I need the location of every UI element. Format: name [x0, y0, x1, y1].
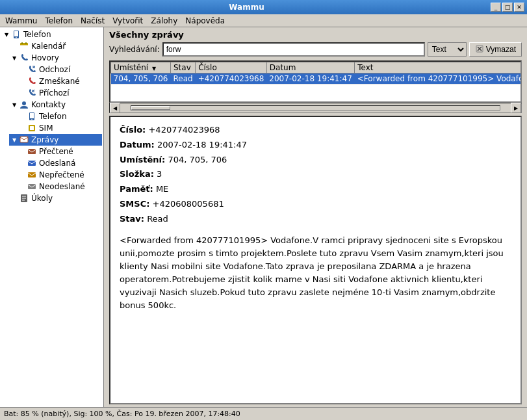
umisteni-value: 704, 705, 706: [168, 155, 227, 164]
status-text: Bat: 85 % (nabitý), Sig: 100 %, Čas: Po …: [4, 410, 523, 418]
message-body: <Forwarded from 420777101995> Vodafone.V…: [120, 234, 511, 313]
menu-vytvorit[interactable]: Vytvořit: [109, 15, 147, 27]
sidebar-item-telefon[interactable]: ▼ Telefon: [1, 29, 102, 40]
kontakty-icon: [19, 99, 29, 110]
stav-value: Read: [147, 214, 168, 224]
menu-bar: Wammu Telefon Načíst Vytvořit Zálohy Náp…: [0, 14, 527, 27]
maximize-button[interactable]: □: [502, 3, 513, 12]
cislo-label: Číslo:: [120, 125, 146, 135]
table-row[interactable]: 704, 705, 706 Read +420774023968 2007-02…: [111, 73, 522, 85]
arrow-placeholder11: [10, 194, 18, 202]
clear-icon: [475, 44, 484, 55]
sidebar-item-prichozi-label: Příchozí: [39, 88, 69, 98]
search-input[interactable]: [162, 42, 425, 57]
horizontal-scrollbar[interactable]: ◀ ▶: [109, 103, 522, 113]
arrow-placeholder: [10, 42, 18, 50]
hovory-arrow: ▼: [10, 54, 18, 62]
ukoly-icon: [19, 193, 29, 203]
sidebar-item-neprectene[interactable]: Nepřečtené: [17, 169, 102, 181]
neodeslane-icon: [27, 181, 37, 192]
col-stav[interactable]: Stav: [170, 62, 195, 73]
sidebar-item-kalendar[interactable]: Kalendář: [9, 40, 102, 52]
scroll-right-button[interactable]: ▶: [511, 103, 521, 113]
phone-icon: [11, 29, 21, 40]
detail-stav: Stav: Read: [120, 213, 511, 226]
detail-smsc: SMSC: +420608005681: [120, 198, 511, 211]
detail-datum: Datum: 2007-02-18 19:41:47: [120, 138, 511, 152]
sidebar-item-odchozi[interactable]: Odchozí: [17, 64, 102, 75]
sidebar-item-neodeslane-label: Neodeslané: [39, 182, 85, 191]
sidebar-item-sim[interactable]: SIM: [17, 122, 102, 134]
cell-umisteni: 704, 705, 706: [111, 73, 171, 85]
slozka-label: Složka:: [120, 169, 154, 179]
pamet-label: Paměť:: [120, 184, 153, 194]
menu-telefon[interactable]: Telefon: [41, 15, 77, 27]
calendar-icon: [19, 41, 29, 51]
sidebar-item-neodeslane[interactable]: Neodeslané: [17, 181, 102, 192]
sidebar-item-hovory-label: Hovory: [31, 53, 59, 62]
sidebar-item-odchozi-label: Odchozí: [39, 65, 70, 74]
hovory-icon: [19, 53, 29, 63]
sidebar-item-zmeskane-label: Zmeškané: [39, 77, 80, 86]
svg-rect-20: [28, 184, 36, 189]
search-bar: Vyhledávání: Text Číslo Vše Vymazat: [109, 42, 522, 57]
svg-rect-18: [28, 161, 36, 166]
sidebar-item-ukoly[interactable]: Úkoly: [9, 192, 102, 204]
svg-rect-19: [28, 172, 36, 177]
sort-arrow: ▼: [152, 66, 156, 72]
sidebar-item-zmeskane[interactable]: Zmeškané: [17, 75, 102, 87]
sidebar-item-prectene[interactable]: Přečtené: [17, 146, 102, 157]
menu-nacist[interactable]: Načíst: [77, 15, 109, 27]
svg-rect-17: [28, 149, 36, 154]
slozka-value: 3: [157, 169, 162, 179]
menu-wammu[interactable]: Wammu: [1, 15, 41, 27]
zpravy-arrow: ▼: [10, 136, 18, 144]
scroll-left-button[interactable]: ◀: [110, 103, 120, 113]
clear-button-label: Vymazat: [486, 45, 516, 54]
smsc-label: SMSC:: [120, 199, 149, 209]
detail-slozka: Složka: 3: [120, 168, 511, 181]
cislo-value: +420774023968: [148, 125, 220, 135]
scroll-thumb[interactable]: [131, 106, 170, 110]
svg-rect-4: [20, 45, 28, 50]
menu-zalohy[interactable]: Zálohy: [147, 15, 181, 27]
prectene-icon: [27, 146, 37, 157]
sidebar-item-odeslana[interactable]: Odeslaná: [17, 157, 102, 169]
svg-rect-11: [30, 113, 34, 118]
neprectene-icon: [27, 170, 37, 180]
svg-point-12: [31, 119, 32, 120]
content-area: Všechny zprávy Vyhledávání: Text Číslo V…: [104, 27, 527, 407]
svg-point-9: [22, 101, 26, 105]
close-button[interactable]: ✕: [514, 3, 524, 12]
arrow-icon: ▼: [3, 31, 10, 38]
col-text[interactable]: Text: [355, 62, 522, 73]
scroll-track[interactable]: [131, 105, 500, 111]
search-type-select[interactable]: Text Číslo Vše: [428, 42, 467, 57]
clear-button[interactable]: Vymazat: [469, 42, 522, 57]
sidebar-item-zpravy[interactable]: ▼ Zprávy: [9, 134, 102, 146]
col-umisteni[interactable]: Umístění ▼: [111, 62, 171, 73]
search-label: Vyhledávání:: [109, 45, 160, 54]
cell-datum: 2007-02-18 19:41:47: [266, 73, 354, 85]
sidebar-item-kontakty-label: Kontakty: [31, 100, 66, 109]
menu-napoveda[interactable]: Nápověda: [181, 15, 229, 27]
stav-label: Stav:: [120, 214, 144, 224]
col-cislo[interactable]: Číslo: [196, 62, 267, 73]
svg-rect-6: [25, 42, 27, 44]
sidebar-item-zpravy-label: Zprávy: [31, 135, 58, 144]
sidebar-item-kontakty-telefon-label: Telefon: [39, 112, 67, 121]
title-bar: Wammu _ □ ✕: [0, 0, 527, 14]
sidebar-item-prichozi[interactable]: Příchozí: [17, 87, 102, 99]
main-container: ▼ Telefon Kalendář ▼ Hovory: [0, 27, 527, 407]
smsc-value: +420608005681: [153, 199, 224, 209]
sidebar-item-hovory[interactable]: ▼ Hovory: [9, 52, 102, 64]
pamet-value: ME: [156, 184, 168, 194]
zmeskane-icon: [27, 76, 37, 86]
sidebar-item-kontakty-telefon[interactable]: Telefon: [17, 111, 102, 122]
datum-value: 2007-02-18 19:41:47: [157, 140, 247, 150]
col-datum[interactable]: Datum: [266, 62, 354, 73]
svg-rect-5: [21, 42, 23, 44]
sidebar-item-kontakty[interactable]: ▼ Kontakty: [9, 99, 102, 111]
minimize-button[interactable]: _: [491, 3, 501, 12]
detail-pamet: Paměť: ME: [120, 183, 511, 196]
